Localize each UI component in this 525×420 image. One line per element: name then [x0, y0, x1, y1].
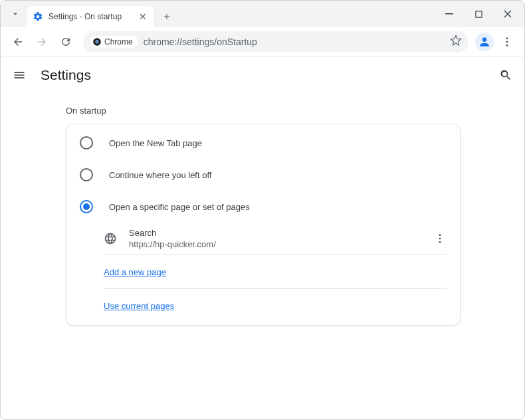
svg-point-9 [439, 238, 441, 240]
browser-tab[interactable]: Settings - On startup ✕ [27, 6, 154, 27]
svg-point-7 [506, 44, 508, 46]
browser-menu-button[interactable] [496, 31, 518, 52]
profile-button[interactable] [475, 33, 494, 51]
radio-continue[interactable]: Continue where you left off [66, 159, 460, 191]
svg-point-6 [506, 41, 508, 43]
page-entry-url: https://hp-quicker.com/ [129, 239, 421, 249]
page-entry-title: Search [129, 228, 421, 238]
close-icon[interactable]: ✕ [138, 11, 148, 22]
address-bar[interactable]: Chrome chrome://settings/onStartup [83, 31, 469, 52]
close-window-button[interactable] [495, 4, 520, 24]
maximize-button[interactable] [466, 4, 491, 24]
tab-title: Settings - On startup [49, 12, 132, 21]
use-current-link[interactable]: Use current pages [104, 301, 174, 311]
site-chip[interactable]: Chrome [90, 36, 138, 48]
add-page-row: Add a new page [66, 255, 460, 288]
bookmark-icon[interactable] [450, 35, 462, 49]
startup-card: Open the New Tab page Continue where you… [66, 124, 461, 326]
svg-point-4 [96, 41, 98, 43]
site-chip-label: Chrome [104, 37, 133, 47]
radio-label: Open the New Tab page [109, 138, 202, 148]
url-text: chrome://settings/onStartup [144, 37, 445, 47]
page-more-button[interactable] [433, 232, 447, 245]
browser-toolbar: Chrome chrome://settings/onStartup [1, 27, 524, 56]
new-tab-button[interactable] [158, 7, 176, 26]
startup-page-row: Search https://hp-quicker.com/ [66, 223, 460, 255]
menu-icon[interactable] [11, 67, 27, 83]
add-page-link[interactable]: Add a new page [104, 267, 166, 277]
svg-rect-0 [445, 13, 453, 15]
radio-label: Open a specific page or set of pages [109, 202, 250, 212]
radio-icon [80, 200, 93, 213]
radio-label: Continue where you left off [109, 170, 211, 180]
reload-button[interactable] [55, 31, 76, 52]
radio-icon [80, 136, 93, 150]
radio-specific-pages[interactable]: Open a specific page or set of pages [66, 191, 460, 223]
globe-icon [104, 232, 117, 245]
browser-titlebar: Settings - On startup ✕ [1, 1, 524, 27]
page-title: Settings [41, 67, 91, 83]
svg-point-10 [439, 241, 441, 243]
radio-icon [80, 168, 93, 181]
svg-rect-1 [475, 11, 481, 17]
tab-search-button[interactable] [6, 5, 25, 23]
svg-point-5 [506, 37, 508, 39]
settings-content: On startup Open the New Tab page Continu… [1, 94, 524, 326]
svg-point-8 [439, 234, 441, 236]
settings-icon [33, 11, 43, 22]
radio-open-new-tab[interactable]: Open the New Tab page [66, 127, 460, 159]
search-icon[interactable] [498, 67, 514, 83]
settings-header: Settings [1, 56, 524, 94]
use-current-row: Use current pages [66, 289, 460, 322]
section-label: On startup [66, 106, 524, 116]
back-button[interactable] [7, 31, 29, 52]
forward-button[interactable] [31, 31, 52, 52]
minimize-button[interactable] [437, 4, 462, 24]
